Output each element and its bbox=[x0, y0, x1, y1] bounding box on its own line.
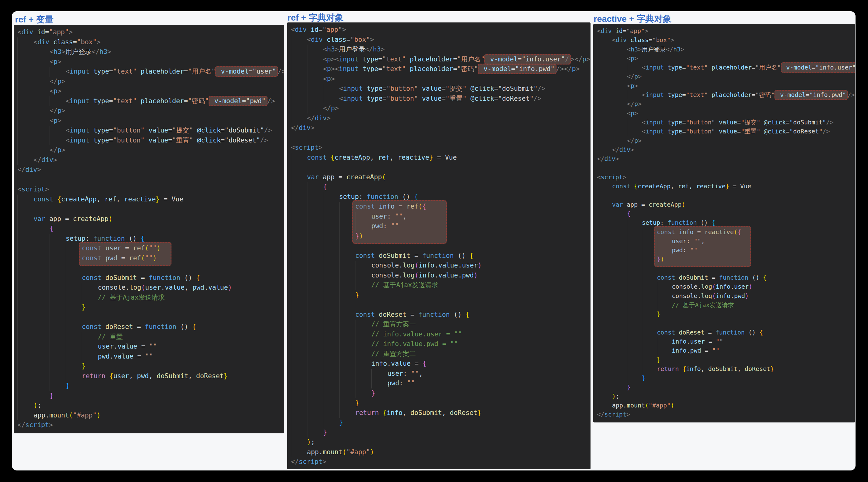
indent-guide bbox=[339, 339, 355, 349]
indent-guide bbox=[18, 126, 34, 135]
indent-guide bbox=[34, 391, 50, 401]
indent-guide bbox=[18, 411, 34, 421]
code-line: const {createApp, ref, reactive} = Vue bbox=[291, 153, 590, 163]
indent-guide bbox=[307, 408, 323, 418]
code-line: <input type="button" value="重置" @click="… bbox=[18, 135, 284, 146]
indent-guide bbox=[50, 273, 66, 283]
indent-guide bbox=[642, 309, 657, 319]
indent-guide bbox=[355, 271, 371, 280]
indent-guide bbox=[307, 359, 323, 369]
code-line: <div class="box"> bbox=[18, 37, 284, 48]
indent-guide bbox=[627, 264, 642, 273]
indent-guide bbox=[323, 369, 339, 379]
code-line: const doSubmit = function () { bbox=[18, 273, 284, 283]
indent-guide bbox=[291, 182, 307, 192]
code-line: </p> bbox=[597, 136, 855, 145]
code-line: <input type="button" value="提交" @click="… bbox=[18, 126, 284, 135]
indent-guide bbox=[34, 86, 50, 96]
code-line: <h3>用户登录</h3> bbox=[291, 44, 590, 55]
indent-guide bbox=[34, 243, 50, 253]
indent-guide bbox=[291, 44, 307, 55]
indent-guide bbox=[50, 96, 66, 106]
indent-guide bbox=[18, 312, 34, 322]
code-line: <script> bbox=[18, 185, 284, 194]
indent-guide bbox=[612, 273, 627, 282]
code-line: <p> bbox=[18, 57, 284, 67]
indent-guide bbox=[323, 231, 339, 241]
indent-guide bbox=[34, 352, 50, 362]
code-line: <input type="button" value="重置" @click="… bbox=[597, 127, 855, 136]
indent-guide bbox=[18, 273, 34, 283]
indent-guide bbox=[34, 381, 50, 391]
indent-guide bbox=[18, 253, 34, 264]
code-line: }) bbox=[291, 231, 590, 241]
code-line: <div id="app"> bbox=[597, 27, 855, 35]
indent-guide bbox=[34, 224, 50, 234]
code-line: } bbox=[597, 383, 855, 392]
indent-guide bbox=[597, 364, 612, 373]
indent-guide bbox=[339, 379, 355, 389]
indent-guide bbox=[18, 204, 34, 214]
indent-guide bbox=[66, 283, 82, 293]
indent-guide bbox=[339, 349, 355, 359]
indent-guide bbox=[339, 231, 355, 241]
indent-guide bbox=[34, 57, 50, 67]
indent-guide bbox=[291, 173, 307, 182]
code-line: const {createApp, ref, reactive} = Vue bbox=[18, 194, 284, 205]
code-line: { bbox=[291, 182, 590, 192]
indent-guide bbox=[18, 135, 34, 146]
indent-guide bbox=[627, 237, 642, 246]
indent-guide bbox=[339, 251, 355, 261]
indent-guide bbox=[657, 346, 672, 355]
indent-guide bbox=[323, 389, 339, 398]
indent-guide bbox=[597, 218, 612, 227]
screenshot-root: { "page": { "background": "#000000", "ca… bbox=[0, 0, 868, 482]
indent-guide bbox=[307, 379, 323, 389]
indent-guide bbox=[355, 320, 371, 330]
indent-guide bbox=[355, 349, 371, 359]
annotation-highlight: v-model="info.pwd" bbox=[774, 90, 848, 100]
code-line bbox=[291, 133, 590, 143]
indent-guide bbox=[339, 389, 355, 398]
indent-guide bbox=[323, 320, 339, 330]
indent-guide bbox=[34, 361, 50, 371]
code-line: info.value = { bbox=[291, 359, 590, 369]
code-line: <input type="button" value="提交" @click="… bbox=[291, 84, 590, 94]
indent-guide bbox=[307, 182, 323, 192]
indent-guide bbox=[50, 263, 66, 273]
indent-guide bbox=[291, 241, 307, 251]
code-line: const doSubmit = function () { bbox=[291, 251, 590, 261]
code-line: user: "", bbox=[291, 212, 590, 222]
indent-guide bbox=[34, 145, 50, 155]
indent-guide bbox=[323, 241, 339, 251]
indent-guide bbox=[291, 84, 307, 94]
indent-guide bbox=[339, 320, 355, 330]
code-line: var app = createApp( bbox=[597, 200, 855, 209]
indent-guide bbox=[50, 67, 66, 77]
indent-guide bbox=[50, 135, 66, 146]
code-line bbox=[18, 175, 284, 185]
indent-guide bbox=[612, 136, 627, 145]
indent-guide bbox=[339, 310, 355, 320]
indent-guide bbox=[612, 337, 627, 346]
indent-guide bbox=[597, 246, 612, 255]
indent-guide bbox=[66, 371, 82, 381]
code-line: const info = reactive({ bbox=[597, 228, 855, 237]
code-line: user.value = "" bbox=[18, 342, 284, 352]
indent-guide bbox=[18, 381, 34, 391]
indent-guide bbox=[339, 290, 355, 300]
indent-guide bbox=[355, 221, 371, 231]
indent-guide bbox=[597, 264, 612, 273]
indent-guide bbox=[612, 237, 627, 246]
indent-guide bbox=[291, 261, 307, 271]
indent-guide bbox=[307, 339, 323, 349]
indent-guide bbox=[50, 342, 66, 352]
indent-guide bbox=[307, 192, 323, 202]
code-line: // 基于Ajax发送请求 bbox=[18, 293, 284, 303]
indent-guide bbox=[307, 369, 323, 379]
code-line: </p> bbox=[18, 106, 284, 116]
indent-guide bbox=[612, 81, 627, 90]
indent-guide bbox=[657, 292, 672, 301]
indent-guide bbox=[291, 310, 307, 320]
indent-guide bbox=[597, 81, 612, 90]
